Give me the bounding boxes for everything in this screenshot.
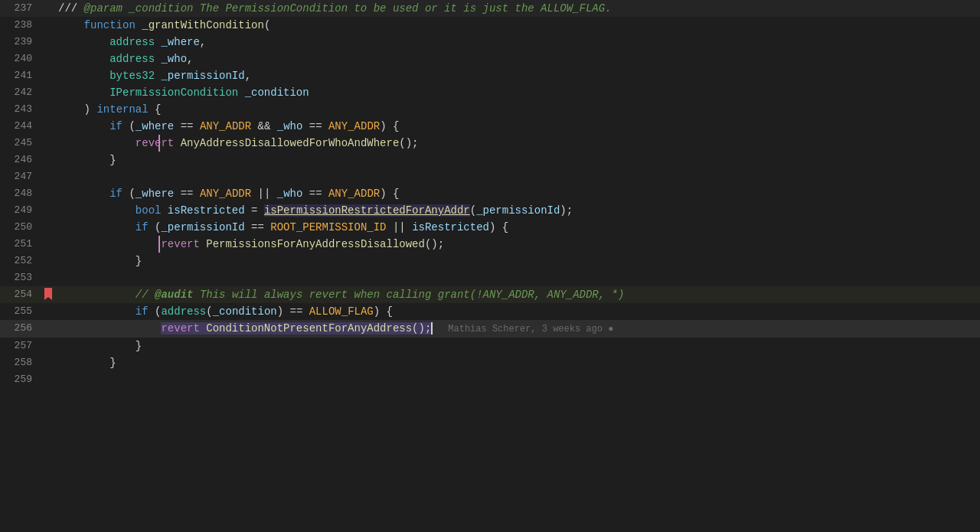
line-number: 256 (0, 320, 44, 338)
line-number: 258 (0, 354, 44, 371)
code-line[interactable]: 249 bool isRestricted = isPermissionRest… (0, 202, 980, 219)
line-gutter (44, 371, 55, 388)
code-line[interactable]: 252 } (0, 253, 980, 269)
code-line[interactable]: 251 revert PermissionsForAnyAddressDisal… (0, 236, 980, 253)
line-gutter (44, 67, 55, 84)
code-line[interactable]: 248 if (_where == ANY_ADDR || _who == AN… (0, 185, 980, 202)
line-number: 243 (0, 101, 44, 118)
code-line[interactable]: 244 if (_where == ANY_ADDR && _who == AN… (0, 118, 980, 135)
line-number: 242 (0, 84, 44, 101)
line-content: bytes32 _permissionId, (55, 67, 980, 84)
line-content: IPermissionCondition _condition (55, 84, 980, 101)
line-number: 239 (0, 34, 44, 51)
line-content: if (_where == ANY_ADDR && _who == ANY_AD… (55, 118, 980, 135)
line-number: 238 (0, 17, 44, 34)
code-line[interactable]: 238 function _grantWithCondition( (0, 17, 980, 34)
code-line[interactable]: 242 IPermissionCondition _condition (0, 84, 980, 101)
line-number: 247 (0, 168, 44, 185)
bookmark-icon (44, 288, 52, 300)
line-content: address _where, (55, 34, 980, 51)
line-number: 253 (0, 269, 44, 286)
code-line[interactable]: 241 bytes32 _permissionId, (0, 67, 980, 84)
line-gutter (44, 135, 55, 152)
line-gutter (44, 101, 55, 118)
line-content (55, 269, 980, 286)
line-gutter (44, 118, 55, 135)
line-number: 252 (0, 253, 44, 269)
line-content: if (_permissionId == ROOT_PERMISSION_ID … (55, 219, 980, 236)
line-gutter (44, 51, 55, 67)
code-line[interactable]: 246 } (0, 152, 980, 168)
line-gutter (44, 202, 55, 219)
line-gutter (44, 168, 55, 185)
line-gutter (44, 34, 55, 51)
line-content: address _who, (55, 51, 980, 67)
line-number: 254 (0, 286, 44, 303)
code-line[interactable]: 254 // @audit This will always revert wh… (0, 286, 980, 303)
line-gutter (44, 303, 55, 320)
line-gutter (44, 17, 55, 34)
line-number: 251 (0, 236, 44, 253)
code-line[interactable]: 258 } (0, 354, 980, 371)
code-line[interactable]: 255 if (address(_condition) == ALLOW_FLA… (0, 303, 980, 320)
line-gutter (44, 84, 55, 101)
line-number: 241 (0, 67, 44, 84)
code-line[interactable]: 239 address _where, (0, 34, 980, 51)
line-content: revert ConditionNotPresentForAnyAddress(… (55, 320, 980, 338)
line-gutter (44, 185, 55, 202)
indent-guide-bar (158, 236, 160, 253)
line-gutter (44, 0, 55, 17)
line-gutter (44, 338, 55, 354)
code-editor: 237/// @param _condition The PermissionC… (0, 0, 980, 532)
line-content: ) internal { (55, 101, 980, 118)
code-line[interactable]: 247 (0, 168, 980, 185)
line-number: 244 (0, 118, 44, 135)
code-line[interactable]: 253 (0, 269, 980, 286)
line-number: 255 (0, 303, 44, 320)
code-line[interactable]: 250 if (_permissionId == ROOT_PERMISSION… (0, 219, 980, 236)
code-line[interactable]: 256 revert ConditionNotPresentForAnyAddr… (0, 320, 980, 338)
code-line[interactable]: 259 (0, 371, 980, 388)
code-line[interactable]: 245 revert AnyAddressDisallowedForWhoAnd… (0, 135, 980, 152)
line-content: /// @param _condition The PermissionCond… (55, 0, 980, 17)
line-content: if (address(_condition) == ALLOW_FLAG) { (55, 303, 980, 320)
line-content: } (55, 338, 980, 354)
line-content: } (55, 152, 980, 168)
line-content: // @audit This will always revert when c… (55, 286, 980, 303)
line-gutter (44, 219, 55, 236)
line-content (55, 168, 980, 185)
line-gutter (44, 269, 55, 286)
line-number: 237 (0, 0, 44, 17)
line-gutter (44, 320, 55, 338)
code-line[interactable]: 240 address _who, (0, 51, 980, 67)
line-gutter (44, 286, 55, 303)
line-number: 240 (0, 51, 44, 67)
line-content: if (_where == ANY_ADDR || _who == ANY_AD… (55, 185, 980, 202)
line-gutter (44, 253, 55, 269)
line-content: revert AnyAddressDisallowedForWhoAndWher… (55, 135, 980, 152)
line-number: 249 (0, 202, 44, 219)
code-line[interactable]: 257 } (0, 338, 980, 354)
line-content (55, 371, 980, 388)
code-line[interactable]: 243 ) internal { (0, 101, 980, 118)
line-content: } (55, 354, 980, 371)
line-number: 246 (0, 152, 44, 168)
code-line[interactable]: 237/// @param _condition The PermissionC… (0, 0, 980, 17)
line-gutter (44, 354, 55, 371)
line-content: revert PermissionsForAnyAddressDisallowe… (55, 236, 980, 253)
line-number: 259 (0, 371, 44, 388)
line-content: function _grantWithCondition( (55, 17, 980, 34)
indent-guide-bar (158, 135, 160, 152)
line-number: 248 (0, 185, 44, 202)
line-gutter (44, 236, 55, 253)
line-gutter (44, 152, 55, 168)
line-number: 250 (0, 219, 44, 236)
line-content: } (55, 253, 980, 269)
line-content: bool isRestricted = isPermissionRestrict… (55, 202, 980, 219)
line-number: 257 (0, 338, 44, 354)
line-number: 245 (0, 135, 44, 152)
